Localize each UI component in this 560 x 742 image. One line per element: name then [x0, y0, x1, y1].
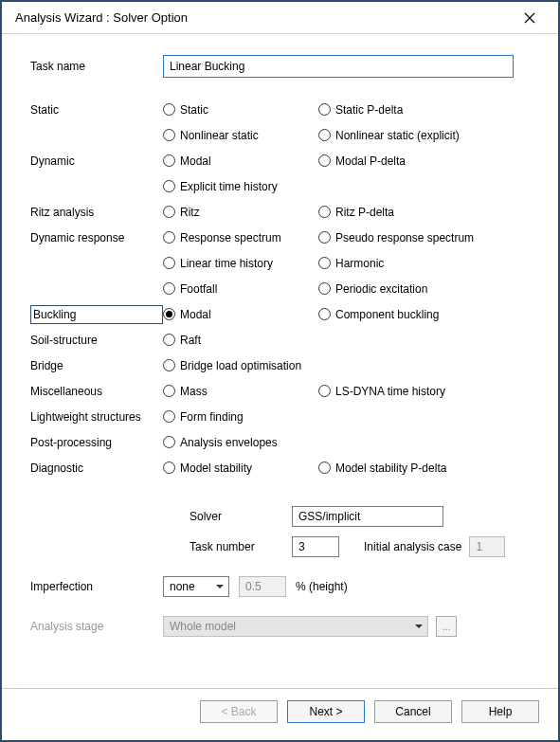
- tasknum-input[interactable]: [292, 536, 339, 557]
- radio-bridge-load-opt[interactable]: Bridge load optimisation: [163, 359, 301, 372]
- radio-static-pdelta[interactable]: Static P-delta: [318, 103, 523, 117]
- radio-buckling-modal[interactable]: Modal: [163, 308, 318, 321]
- window-title: Analysis Wizard : Solver Option: [15, 10, 188, 25]
- analysis-wizard-dialog: Analysis Wizard : Solver Option Task nam…: [2, 2, 558, 740]
- radio-mass[interactable]: Mass: [163, 385, 318, 398]
- radio-ritz-pdelta[interactable]: Ritz P-delta: [318, 206, 523, 219]
- group-dynamic-label: Dynamic: [30, 154, 163, 168]
- group-soil-label: Soil-structure: [30, 334, 163, 347]
- back-button: < Back: [200, 700, 278, 723]
- group-bridge-label: Bridge: [30, 359, 163, 372]
- solver-label: Solver: [190, 510, 284, 523]
- help-button[interactable]: Help: [461, 700, 539, 723]
- radio-periodic-excitation[interactable]: Periodic excitation: [318, 282, 523, 296]
- next-button[interactable]: Next >: [287, 700, 365, 723]
- radio-nonlinear-static-explicit[interactable]: Nonlinear static (explicit): [318, 129, 523, 142]
- radio-pseudo-response-spectrum[interactable]: Pseudo response spectrum: [318, 231, 523, 244]
- group-misc-label: Miscellaneous: [30, 385, 163, 398]
- dialog-content: Task name Static Static Static P-delta N…: [2, 34, 558, 688]
- radio-response-spectrum[interactable]: Response spectrum: [163, 231, 318, 244]
- button-bar: < Back Next > Cancel Help: [2, 688, 558, 740]
- initcase-label: Initial analysis case: [364, 540, 461, 553]
- radio-form-finding[interactable]: Form finding: [163, 410, 244, 424]
- imperfection-label: Imperfection: [30, 580, 163, 593]
- radio-modal-pdelta[interactable]: Modal P-delta: [318, 154, 523, 168]
- imperfection-select[interactable]: none: [163, 576, 229, 597]
- solver-input[interactable]: [292, 506, 443, 527]
- imperfection-suffix: % (height): [296, 580, 348, 593]
- group-postproc-label: Post-processing: [30, 436, 163, 449]
- group-lightweight-label: Lightweight structures: [30, 410, 163, 424]
- cancel-button[interactable]: Cancel: [374, 700, 452, 723]
- group-diag-label: Diagnostic: [30, 461, 163, 475]
- radio-ritz[interactable]: Ritz: [163, 206, 318, 219]
- radio-component-buckling[interactable]: Component buckling: [318, 308, 523, 321]
- titlebar: Analysis Wizard : Solver Option: [2, 2, 558, 34]
- analysis-stage-select: Whole model: [163, 616, 428, 637]
- radio-nonlinear-static[interactable]: Nonlinear static: [163, 129, 318, 142]
- radio-raft[interactable]: Raft: [163, 334, 318, 347]
- radio-explicit-time-history[interactable]: Explicit time history: [163, 180, 318, 193]
- radio-static[interactable]: Static: [163, 103, 318, 117]
- radio-footfall[interactable]: Footfall: [163, 282, 318, 296]
- analysis-stage-label: Analysis stage: [30, 620, 163, 633]
- radio-analysis-envelopes[interactable]: Analysis envelopes: [163, 436, 278, 449]
- initcase-input: [469, 536, 505, 557]
- radio-harmonic[interactable]: Harmonic: [318, 257, 523, 270]
- radio-model-stability-pdelta[interactable]: Model stability P-delta: [318, 461, 523, 475]
- tasknum-label: Task number: [190, 540, 284, 553]
- analysis-stage-browse-button: ...: [436, 616, 457, 637]
- radio-lsdyna[interactable]: LS-DYNA time history: [318, 385, 523, 398]
- group-ritz-label: Ritz analysis: [30, 206, 163, 219]
- close-icon[interactable]: [511, 5, 549, 31]
- group-buckling-label: Buckling: [30, 305, 163, 324]
- group-static-label: Static: [30, 103, 163, 117]
- radio-model-stability[interactable]: Model stability: [163, 461, 318, 475]
- taskname-input[interactable]: [163, 55, 514, 78]
- taskname-label: Task name: [30, 60, 163, 73]
- imperfection-value-input: [239, 576, 286, 597]
- radio-linear-time-history[interactable]: Linear time history: [163, 257, 318, 270]
- group-dynresp-label: Dynamic response: [30, 231, 163, 244]
- radio-modal[interactable]: Modal: [163, 154, 318, 168]
